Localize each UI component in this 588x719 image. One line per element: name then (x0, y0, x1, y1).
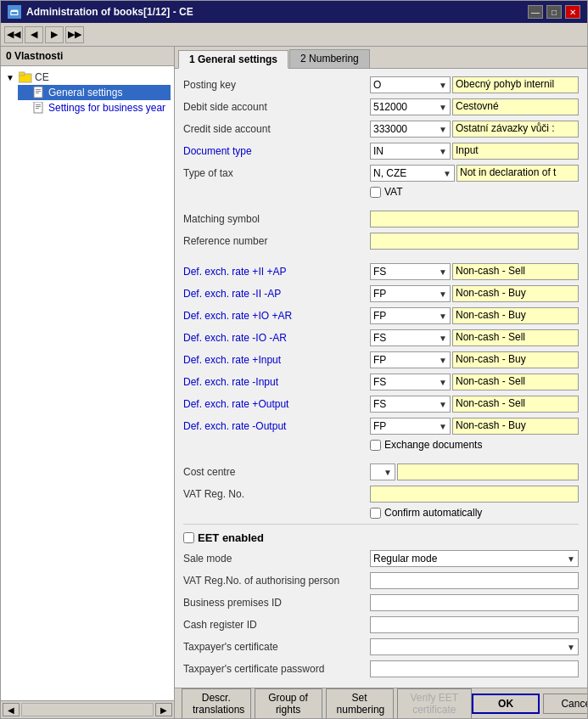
dropdown-arrow: ▼ (435, 147, 447, 156)
exch-label-6[interactable]: Def. exch. rate +Output (183, 398, 370, 410)
scroll-left-btn[interactable]: ◀ (3, 703, 20, 716)
exch-controls-0: FS ▼ Non-cash - Sell (370, 263, 579, 280)
sale-mode-dropdown[interactable]: Regular mode ▼ (370, 550, 579, 567)
confirm-auto-row: Confirm automatically (370, 507, 579, 519)
tab-numbering[interactable]: 2 Numbering (289, 49, 370, 68)
verify-eet-button[interactable]: Verify EET certificate (397, 688, 473, 719)
debit-account-dropdown[interactable]: 512000 ▼ (370, 98, 451, 115)
exch-label-1[interactable]: Def. exch. rate -II -AP (183, 288, 370, 300)
taxpayer-cert-pwd-input[interactable] (370, 660, 579, 677)
taxpayer-cert-label: Taxpayer's certificate (183, 641, 370, 653)
gap1 (183, 201, 579, 210)
exch-dropdown-4[interactable]: FP ▼ (370, 351, 451, 368)
tab-general-settings[interactable]: 1 General settings (178, 50, 288, 69)
exch-value-4: Non-cash - Buy (452, 351, 579, 368)
sidebar-item-business[interactable]: Settings for business year (18, 100, 171, 115)
close-button[interactable]: ✕ (565, 5, 580, 19)
business-premises-input[interactable] (370, 594, 579, 611)
gap2 (183, 254, 579, 262)
vat-checkbox-row: VAT (370, 186, 579, 198)
sidebar-item-ce[interactable]: ▼ CE (4, 70, 171, 85)
set-numbering-button[interactable]: Set numbering (326, 688, 394, 719)
svg-rect-3 (36, 89, 41, 90)
exch-label-2[interactable]: Def. exch. rate +IO +AR (183, 310, 370, 322)
posting-key-controls: O ▼ Obecný pohyb internil (370, 76, 579, 93)
reference-number-input[interactable] (370, 233, 579, 250)
vat-reg-input[interactable] (370, 486, 579, 503)
minimize-button[interactable]: — (528, 5, 543, 19)
vat-checkbox[interactable] (370, 187, 381, 198)
exch-label-7[interactable]: Def. exch. rate -Output (183, 420, 370, 432)
exch-label-3[interactable]: Def. exch. rate -IO -AR (183, 332, 370, 344)
separator (183, 524, 579, 525)
sidebar-item-general[interactable]: General settings (18, 85, 171, 100)
document-type-dropdown[interactable]: IN ▼ (370, 143, 451, 160)
gap3 (183, 454, 579, 463)
dropdown-arrow: ▼ (563, 643, 575, 652)
exch-row-3: Def. exch. rate -IO -AR FS ▼ Non-cash - … (183, 329, 579, 347)
dropdown-arrow: ▼ (435, 125, 447, 134)
type-of-tax-dropdown[interactable]: N, CZE ▼ (370, 165, 455, 182)
exch-value-6: Non-cash - Sell (452, 396, 579, 413)
group-of-rights-button[interactable]: Group of rights (255, 688, 322, 719)
exch-controls-1: FP ▼ Non-cash - Buy (370, 285, 579, 302)
scroll-right-btn[interactable]: ▶ (155, 703, 172, 716)
maximize-button[interactable]: □ (546, 5, 562, 19)
nav-prev-button[interactable]: ◀ (25, 26, 43, 43)
posting-key-value: Obecný pohyb internil (452, 76, 579, 93)
exch-dropdown-0[interactable]: FS ▼ (370, 263, 451, 280)
cash-register-row: Cash register ID (183, 615, 579, 634)
vat-label: VAT (384, 186, 403, 198)
exch-label-5[interactable]: Def. exch. rate -Input (183, 376, 370, 388)
taxpayer-cert-dropdown[interactable]: ▼ (370, 638, 579, 655)
document-type-controls: IN ▼ Input (370, 143, 579, 160)
credit-account-dropdown[interactable]: 333000 ▼ (370, 121, 451, 138)
dropdown-arrow: ▼ (435, 267, 447, 277)
cost-centre-input[interactable] (397, 463, 579, 480)
window-title: Administration of books[1/12] - CE (26, 6, 193, 18)
dropdown-arrow: ▼ (435, 103, 447, 112)
exch-controls-5: FS ▼ Non-cash - Sell (370, 374, 579, 390)
cost-centre-dropdown[interactable]: ▼ (370, 463, 395, 480)
nav-play-button[interactable]: ▶ (45, 26, 64, 43)
exch-label-0[interactable]: Def. exch. rate +II +AP (183, 266, 370, 278)
confirm-auto-checkbox[interactable] (370, 508, 381, 519)
vat-reg-auth-input[interactable] (370, 572, 579, 589)
ok-button[interactable]: OK (472, 694, 540, 714)
dropdown-arrow: ▼ (435, 289, 447, 299)
footer-left-buttons: Descr. translations Group of rights Set … (182, 688, 472, 719)
tree-children: General settings Settings fo (18, 85, 171, 115)
type-of-tax-value: Not in declaration of t (456, 165, 579, 182)
vat-reg-row: VAT Reg. No. (183, 485, 579, 503)
exch-dropdown-3[interactable]: FS ▼ (370, 329, 451, 346)
main-window: 🗃 Administration of books[1/12] - CE — □… (0, 0, 588, 719)
document-type-label[interactable]: Document type (183, 145, 370, 157)
exchange-docs-checkbox[interactable] (370, 440, 381, 451)
exch-dropdown-5[interactable]: FS ▼ (370, 374, 451, 390)
exch-row-2: Def. exch. rate +IO +AR FP ▼ Non-cash - … (183, 306, 579, 325)
form-area: Posting key O ▼ Obecný pohyb internil De… (175, 69, 587, 688)
nav-first-button[interactable]: ◀◀ (4, 26, 23, 43)
business-premises-label: Business premises ID (183, 597, 370, 609)
exch-dropdown-7[interactable]: FP ▼ (370, 418, 451, 435)
title-bar-left: 🗃 Administration of books[1/12] - CE (8, 5, 193, 19)
nav-last-button[interactable]: ▶▶ (65, 26, 84, 43)
matching-symbol-input[interactable] (370, 211, 579, 227)
scroll-track[interactable] (21, 703, 154, 716)
taxpayer-cert-controls: ▼ (370, 638, 579, 655)
footer-right-buttons: OK Cancel (472, 694, 587, 714)
dropdown-arrow: ▼ (435, 356, 447, 365)
credit-account-label: Credit side account (183, 123, 370, 135)
cash-register-input[interactable] (370, 616, 579, 633)
debit-account-controls: 512000 ▼ Cestovné (370, 98, 579, 115)
debit-account-value: Cestovné (452, 98, 579, 115)
exch-dropdown-2[interactable]: FP ▼ (370, 307, 451, 324)
exch-dropdown-1[interactable]: FP ▼ (370, 285, 451, 302)
exch-label-4[interactable]: Def. exch. rate +Input (183, 354, 370, 366)
posting-key-dropdown[interactable]: O ▼ (370, 76, 451, 93)
eet-enabled-checkbox[interactable] (183, 532, 194, 543)
taxpayer-cert-pwd-row: Taxpayer's certificate password (183, 660, 579, 678)
cancel-button[interactable]: Cancel (543, 694, 587, 714)
descr-translations-button[interactable]: Descr. translations (182, 688, 251, 719)
exch-dropdown-6[interactable]: FS ▼ (370, 396, 451, 413)
